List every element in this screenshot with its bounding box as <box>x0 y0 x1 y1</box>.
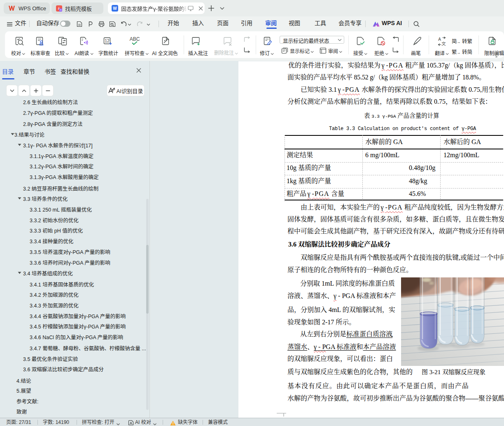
svg-text:AI: AI <box>60 9 62 11</box>
svg-text:A: A <box>438 37 441 42</box>
svg-text:W: W <box>113 6 117 11</box>
svg-text:ABC: ABC <box>130 36 140 42</box>
svg-text:12: 12 <box>105 38 110 43</box>
svg-text:文: 文 <box>441 40 446 46</box>
